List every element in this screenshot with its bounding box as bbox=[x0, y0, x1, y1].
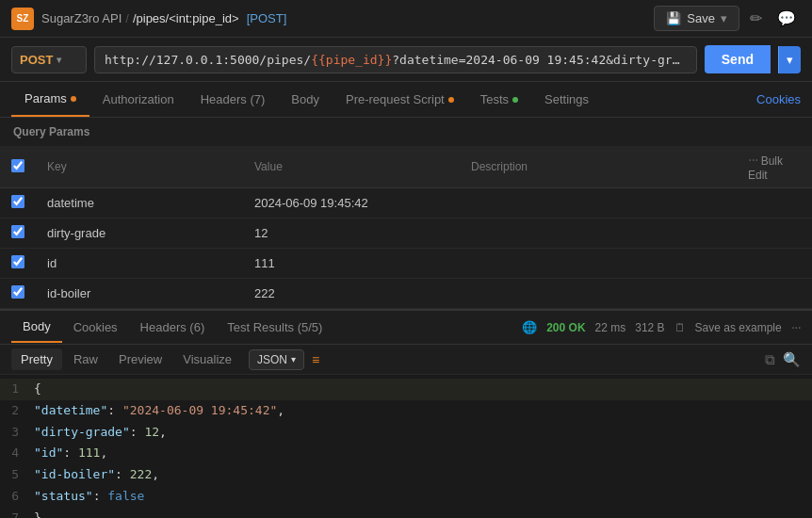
row-check-3[interactable] bbox=[11, 285, 24, 299]
method-label: POST bbox=[20, 53, 53, 67]
app-icon: SZ bbox=[11, 8, 34, 30]
key-cell: id-boiler bbox=[36, 279, 243, 309]
check-all[interactable] bbox=[11, 159, 24, 172]
table-row: id-boiler 222 bbox=[0, 279, 812, 309]
more-options-icon[interactable]: ··· bbox=[748, 152, 757, 168]
bottom-tabs-bar: Body Cookies Headers (6) Test Results (5… bbox=[0, 311, 812, 345]
line-number: 2 bbox=[0, 401, 34, 421]
code-content: "datetime": "2024-06-09 19:45:42", bbox=[34, 401, 284, 421]
comment-button[interactable]: 💬 bbox=[772, 5, 801, 32]
bottom-tab-test-results[interactable]: Test Results (5/5) bbox=[216, 313, 333, 342]
tabs-bar: Params Authorization Headers (7) Body Pr… bbox=[0, 82, 812, 118]
send-button[interactable]: Send bbox=[705, 45, 771, 73]
bottom-tab-headers[interactable]: Headers (6) bbox=[129, 313, 217, 342]
filter-icon[interactable]: ≡ bbox=[312, 352, 319, 367]
top-bar-actions: 💾 Save ▾ ✏ 💬 bbox=[654, 5, 801, 32]
breadcrumb: SugarZ3ro API / /pipes/<int:pipe_id> [PO… bbox=[41, 11, 286, 25]
floppy-icon: 💾 bbox=[666, 11, 681, 25]
edit-button[interactable]: ✏ bbox=[745, 5, 767, 32]
code-line: 7} bbox=[0, 508, 812, 518]
params-section: Query Params Key Value Description ··· B… bbox=[0, 118, 812, 309]
method-badge: [POST] bbox=[247, 11, 287, 25]
code-content: "dirty-grade": 12, bbox=[34, 423, 167, 443]
line-number: 3 bbox=[0, 423, 34, 443]
table-row: datetime 2024-06-09 19:45:42 bbox=[0, 188, 812, 219]
bottom-more-options[interactable]: ··· bbox=[791, 319, 801, 336]
tab-cookies[interactable]: Cookies bbox=[756, 92, 801, 106]
save-as-example-button[interactable]: Save as example bbox=[695, 321, 782, 334]
line-number: 4 bbox=[0, 444, 34, 463]
key-cell: dirty-grade bbox=[36, 219, 243, 249]
tab-authorization[interactable]: Authorization bbox=[89, 83, 187, 116]
save-dropdown-arrow[interactable]: ▾ bbox=[721, 11, 727, 25]
search-icon[interactable]: 🔍 bbox=[783, 351, 801, 368]
code-line: 4 "id": 111, bbox=[0, 443, 812, 464]
format-type-select[interactable]: JSON ▾ bbox=[249, 349, 304, 370]
app-title: SugarZ3ro API bbox=[41, 11, 122, 25]
table-row: dirty-grade 12 bbox=[0, 219, 812, 249]
method-select[interactable]: POST ▾ bbox=[11, 46, 87, 73]
col-actions: ··· Bulk Edit bbox=[737, 146, 812, 188]
value-cell: 111 bbox=[243, 249, 460, 279]
type-arrow: ▾ bbox=[291, 354, 296, 364]
bottom-tab-body[interactable]: Body bbox=[11, 312, 62, 343]
line-number: 7 bbox=[0, 509, 34, 518]
url-input[interactable]: http://127.0.0.1:5000/pipes/{{pipe_id}}?… bbox=[94, 46, 697, 73]
col-description: Description bbox=[460, 146, 737, 188]
tab-pre-request[interactable]: Pre-request Script bbox=[333, 83, 467, 116]
key-cell: datetime bbox=[36, 188, 243, 219]
value-cell: 2024-06-09 19:45:42 bbox=[243, 188, 460, 219]
row-actions bbox=[737, 249, 812, 279]
row-check-0[interactable] bbox=[11, 195, 24, 208]
line-number: 1 bbox=[0, 380, 34, 399]
row-actions bbox=[737, 219, 812, 249]
url-prefix: http://127.0.0.1:5000/pipes/ bbox=[105, 53, 311, 67]
route-path: /pipes/<int:pipe_id> bbox=[133, 11, 239, 25]
save-label: Save bbox=[687, 11, 715, 25]
table-row: id 111 bbox=[0, 249, 812, 279]
code-line: 3 "dirty-grade": 12, bbox=[0, 422, 812, 444]
url-template: {{pipe_id}} bbox=[311, 53, 392, 67]
desc-cell bbox=[460, 249, 737, 279]
key-cell: id bbox=[36, 249, 243, 279]
tab-headers[interactable]: Headers (7) bbox=[187, 83, 279, 116]
tab-params[interactable]: Params bbox=[11, 82, 89, 117]
globe-icon: 🌐 bbox=[522, 320, 537, 334]
pre-request-dot bbox=[448, 97, 454, 103]
method-arrow: ▾ bbox=[57, 55, 61, 65]
copy-icon[interactable]: ⧉ bbox=[765, 351, 775, 368]
tab-body[interactable]: Body bbox=[278, 83, 333, 116]
tab-settings[interactable]: Settings bbox=[531, 83, 602, 116]
status-size: 312 B bbox=[635, 321, 664, 334]
row-check-1[interactable] bbox=[11, 225, 24, 238]
tab-tests[interactable]: Tests bbox=[467, 83, 531, 116]
code-line: 5 "id-boiler": 222, bbox=[0, 464, 812, 486]
fmt-tab-preview[interactable]: Preview bbox=[109, 348, 171, 370]
code-content: "id-boiler": 222, bbox=[34, 465, 159, 485]
bottom-panel: Body Cookies Headers (6) Test Results (5… bbox=[0, 309, 812, 518]
fmt-tab-pretty[interactable]: Pretty bbox=[11, 348, 62, 370]
desc-cell bbox=[460, 279, 737, 309]
code-content: "id": 111, bbox=[34, 444, 107, 463]
fmt-tab-raw[interactable]: Raw bbox=[64, 348, 107, 370]
params-dot bbox=[71, 96, 76, 102]
format-right-actions: ⧉ 🔍 bbox=[765, 351, 801, 368]
desc-cell bbox=[460, 188, 737, 219]
row-check-2[interactable] bbox=[11, 255, 24, 268]
send-dropdown-button[interactable]: ▾ bbox=[778, 46, 801, 73]
save-icon: 🗒 bbox=[674, 321, 686, 334]
status-info: 🌐 200 OK 22 ms 312 B 🗒 Save as example ·… bbox=[522, 319, 801, 336]
fmt-tab-visualize[interactable]: Visualize bbox=[173, 348, 241, 370]
status-time: 22 ms bbox=[595, 321, 626, 334]
value-cell: 222 bbox=[243, 279, 460, 309]
bottom-tab-cookies[interactable]: Cookies bbox=[62, 313, 129, 342]
code-line: 1{ bbox=[0, 379, 812, 400]
value-cell: 12 bbox=[243, 219, 460, 249]
code-content: "status": false bbox=[34, 487, 144, 507]
params-table: Key Value Description ··· Bulk Edit date… bbox=[0, 146, 812, 309]
row-actions bbox=[737, 279, 812, 309]
top-bar: SZ SugarZ3ro API / /pipes/<int:pipe_id> … bbox=[0, 0, 812, 38]
url-suffix: ?datetime=2024-06-09 19:45:42&dirty-grad… bbox=[392, 53, 697, 67]
save-button[interactable]: 💾 Save ▾ bbox=[654, 6, 739, 31]
code-area: 1{2 "datetime": "2024-06-09 19:45:42",3 … bbox=[0, 375, 812, 518]
